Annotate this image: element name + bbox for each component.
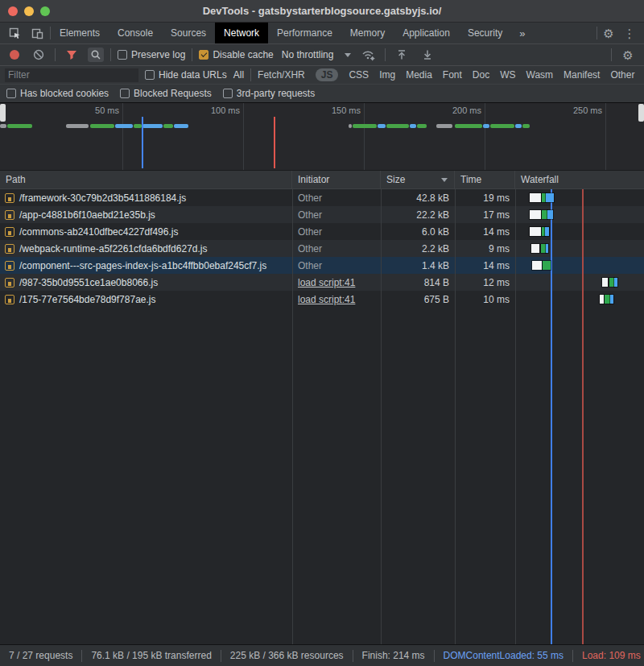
filter-type-js[interactable]: JS <box>316 68 339 81</box>
request-row[interactable]: /175-77e7564bde78d9f787ae.jsload script:… <box>0 291 644 308</box>
column-header-size[interactable]: Size <box>381 171 455 188</box>
tab-memory[interactable]: Memory <box>341 23 394 43</box>
tab-sources[interactable]: Sources <box>162 23 215 43</box>
request-row[interactable]: /app-c4881b6f10aebd21e35b.jsOther22.2 kB… <box>0 206 644 223</box>
timeline-activity-segment <box>90 124 114 128</box>
filter-type-ws[interactable]: WS <box>500 69 515 81</box>
column-header-waterfall[interactable]: Waterfall <box>515 171 644 188</box>
request-row[interactable]: /commons-ab2410dfbec4227df496.jsOther6.0… <box>0 223 644 240</box>
request-path-cell[interactable]: /987-35b0d9551ce1ae0b8066.js <box>0 277 292 288</box>
request-row[interactable]: /987-35b0d9551ce1ae0b8066.jsload script:… <box>0 274 644 291</box>
request-path-cell[interactable]: /webpack-runtime-a5f2261cfda6bdfd627d.js <box>0 243 292 254</box>
download-arrow-icon <box>422 49 433 60</box>
filter-type-all[interactable]: All <box>233 69 244 81</box>
filter-type-fetchxhr[interactable]: Fetch/XHR <box>258 69 305 81</box>
timeline-activity-segment <box>490 124 514 128</box>
request-row[interactable]: /framework-30c79b2d3b5411886184.jsOther4… <box>0 189 644 206</box>
timeline-activity-segment <box>7 124 32 128</box>
overview-timeline[interactable]: 50 ms100 ms150 ms200 ms250 ms <box>0 103 644 171</box>
timeline-activity-segment <box>522 124 530 128</box>
overview-left-handle[interactable] <box>0 104 6 122</box>
filter-toggle-button[interactable] <box>62 46 81 64</box>
tab-performance[interactable]: Performance <box>268 23 341 43</box>
disable-cache-checkbox[interactable]: Disable cache <box>199 49 273 60</box>
record-network-log-button[interactable] <box>10 50 19 60</box>
filter-type-wasm[interactable]: Wasm <box>526 69 554 81</box>
initiator-link[interactable]: load script:41 <box>298 277 355 288</box>
import-har-button[interactable] <box>392 46 411 64</box>
initiator-link[interactable]: load script:41 <box>298 294 355 305</box>
device-toolbar-button[interactable] <box>27 24 47 42</box>
network-toolbar: Preserve log Disable cache No throttling <box>0 44 644 66</box>
overview-right-handle[interactable] <box>638 104 644 122</box>
timeline-tick-label: 250 ms <box>546 105 602 115</box>
clear-network-log-button[interactable] <box>29 46 48 64</box>
request-row[interactable]: /component---src-pages-index-js-a1bc4ffb… <box>0 257 644 274</box>
tab-network[interactable]: Network <box>215 23 268 43</box>
tab-security[interactable]: Security <box>459 23 511 43</box>
option-label: Blocked Requests <box>134 88 212 99</box>
checkbox-icon[interactable] <box>6 89 16 98</box>
filter-type-media[interactable]: Media <box>406 69 432 81</box>
request-path-cell[interactable]: /component---src-pages-index-js-a1bc4ffb… <box>0 260 292 271</box>
checkbox-icon[interactable] <box>120 89 130 98</box>
waterfall-bar-green <box>605 295 610 304</box>
search-toggle-button[interactable] <box>88 48 104 62</box>
waterfall-bar-blue <box>610 295 613 304</box>
window-title: DevTools - gatsbystarterblogsource.gatsb… <box>0 5 644 17</box>
preserve-log-box[interactable] <box>118 50 127 60</box>
hide-data-urls-box[interactable] <box>145 70 155 80</box>
inspect-cursor-icon <box>9 27 21 39</box>
request-initiator-cell: Other <box>292 226 381 238</box>
column-header-path[interactable]: Path <box>0 171 292 188</box>
toolbar-divider-3 <box>192 48 192 61</box>
throttling-select[interactable]: No throttling <box>280 49 353 60</box>
inspect-element-button[interactable] <box>5 24 24 42</box>
column-border <box>455 189 456 644</box>
checkbox-icon[interactable] <box>223 89 233 98</box>
waterfall-bar-white <box>530 227 541 236</box>
filter-type-other[interactable]: Other <box>610 69 634 81</box>
disable-cache-box[interactable] <box>199 50 208 60</box>
request-path-cell[interactable]: /app-c4881b6f10aebd21e35b.js <box>0 209 292 221</box>
more-tabs-button[interactable]: » <box>511 23 533 43</box>
waterfall-bar-white <box>600 295 604 304</box>
timeline-activity-segment <box>115 124 133 128</box>
gear-icon: ⚙ <box>622 49 633 61</box>
column-header-time[interactable]: Time <box>455 171 515 188</box>
filter-input[interactable] <box>5 68 138 82</box>
filter-type-manifest[interactable]: Manifest <box>564 69 600 81</box>
timeline-gridline <box>243 103 244 170</box>
request-path-cell[interactable]: /framework-30c79b2d3b5411886184.js <box>0 192 292 204</box>
network-conditions-button[interactable] <box>359 46 378 64</box>
request-path-cell[interactable]: /175-77e7564bde78d9f787ae.js <box>0 294 292 305</box>
filter-type-doc[interactable]: Doc <box>473 69 489 81</box>
devtools-window: DevTools - gatsbystarterblogsource.gatsb… <box>0 0 644 666</box>
request-row[interactable]: /webpack-runtime-a5f2261cfda6bdfd627d.js… <box>0 240 644 257</box>
option-checkbox-3rd-party-requests[interactable]: 3rd-party requests <box>223 88 315 99</box>
timeline-activity-segment <box>0 124 6 128</box>
device-toolbar-icon <box>31 27 43 39</box>
status-item-3: Finish: 214 ms <box>353 650 435 662</box>
tab-console[interactable]: Console <box>109 23 162 43</box>
request-size: 6.0 kB <box>381 226 455 238</box>
request-path-cell[interactable]: /commons-ab2410dfbec4227df496.js <box>0 226 292 238</box>
tab-application[interactable]: Application <box>394 23 459 43</box>
preserve-log-checkbox[interactable]: Preserve log <box>118 49 185 60</box>
filter-type-font[interactable]: Font <box>443 69 462 81</box>
export-har-button[interactable] <box>418 46 437 64</box>
option-checkbox-has-blocked-cookies[interactable]: Has blocked cookies <box>6 88 109 99</box>
filter-type-img[interactable]: Img <box>379 69 395 81</box>
hide-data-urls-checkbox[interactable]: Hide data URLs <box>145 69 227 81</box>
option-checkbox-blocked-requests[interactable]: Blocked Requests <box>120 88 212 99</box>
network-settings-button[interactable]: ⚙ <box>618 46 638 64</box>
gear-icon: ⚙ <box>603 27 613 39</box>
column-header-initiator[interactable]: Initiator <box>292 171 381 188</box>
timeline-tick-label: 50 ms <box>63 105 119 115</box>
settings-button[interactable]: ⚙ <box>599 24 618 42</box>
main-menu-button[interactable]: ⋮ <box>620 24 639 42</box>
tab-elements[interactable]: Elements <box>51 23 109 43</box>
filter-type-css[interactable]: CSS <box>349 69 369 81</box>
timeline-activity-segment <box>174 124 188 128</box>
column-header-label: Path <box>6 174 26 185</box>
